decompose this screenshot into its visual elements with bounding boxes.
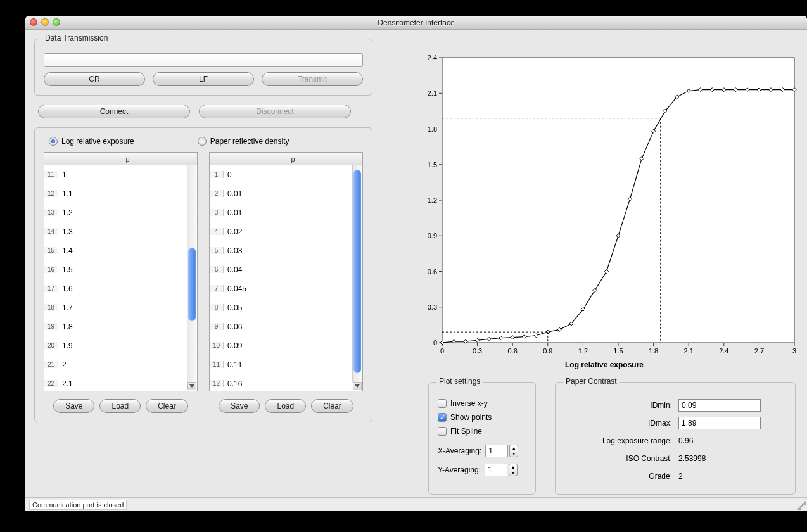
table-row[interactable]: 20.01 — [210, 184, 362, 203]
chart-xlabel: Log relative exposure — [410, 360, 798, 369]
range-label: Log exposure range: — [564, 436, 672, 445]
table-row[interactable]: 70.045 — [210, 279, 362, 298]
grade-label: Grade: — [564, 472, 672, 481]
scrollbar[interactable] — [187, 165, 196, 382]
chevron-down-icon[interactable] — [353, 382, 362, 390]
group-label: Paper Contrast — [563, 377, 620, 386]
titlebar: Densitometer Interface — [25, 16, 807, 30]
table-row[interactable]: 141.3 — [44, 222, 197, 241]
column-header: p — [58, 155, 197, 163]
radio-label: Log relative exposure — [61, 137, 134, 146]
svg-rect-0 — [442, 58, 794, 343]
zoom-icon[interactable] — [53, 18, 60, 26]
svg-text:3: 3 — [792, 347, 796, 355]
close-icon[interactable] — [30, 18, 37, 26]
svg-text:1.5: 1.5 — [613, 347, 623, 355]
svg-text:2.4: 2.4 — [719, 347, 728, 355]
checkbox-show-points[interactable]: Show points — [438, 410, 526, 424]
table-row[interactable]: 131.2 — [44, 203, 197, 222]
chevron-down-icon[interactable] — [187, 382, 196, 390]
svg-text:0.3: 0.3 — [428, 303, 437, 311]
scrollbar[interactable] — [352, 165, 362, 382]
svg-text:0.9: 0.9 — [543, 347, 552, 355]
data-transmission-group: Data Transmission CR LF Transmit — [34, 39, 372, 96]
load-button[interactable]: Load — [265, 399, 306, 413]
svg-text:0: 0 — [433, 339, 437, 346]
table-row[interactable]: 40.02 — [210, 222, 362, 241]
checkbox-icon — [438, 399, 447, 408]
svg-text:2.4: 2.4 — [428, 54, 437, 61]
svg-text:0: 0 — [440, 347, 444, 355]
right-table[interactable]: p 1020.0130.0140.0250.0360.0470.04580.05… — [209, 152, 363, 391]
cr-button[interactable]: CR — [44, 72, 145, 86]
xavg-label: X-Averaging: — [438, 446, 481, 455]
table-row[interactable]: 151.4 — [44, 241, 197, 260]
yavg-input[interactable] — [485, 464, 507, 476]
svg-text:1.8: 1.8 — [649, 347, 658, 355]
table-row[interactable]: 10 — [210, 165, 362, 184]
group-label: Plot settings — [436, 377, 483, 386]
connect-button[interactable]: Connect — [38, 104, 190, 118]
disconnect-button[interactable]: Disconnect — [199, 104, 351, 118]
svg-text:2.1: 2.1 — [428, 89, 437, 97]
svg-text:1.5: 1.5 — [428, 161, 437, 168]
table-row[interactable]: 111 — [44, 165, 197, 184]
grade-value: 2 — [678, 472, 683, 481]
clear-button[interactable]: Clear — [146, 399, 188, 413]
table-row[interactable]: 50.03 — [210, 241, 362, 260]
save-button[interactable]: Save — [219, 399, 260, 413]
svg-text:1.2: 1.2 — [578, 347, 588, 355]
table-row[interactable]: 121.1 — [44, 184, 197, 203]
iso-value: 2.53998 — [678, 454, 706, 463]
table-row[interactable]: 100.09 — [210, 336, 362, 355]
iso-label: ISO Contrast: — [564, 454, 672, 463]
stepper-arrows[interactable]: ▲▼ — [509, 464, 518, 476]
table-row[interactable]: 80.05 — [210, 298, 362, 317]
svg-text:0.9: 0.9 — [428, 232, 437, 239]
table-row[interactable]: 222.1 — [44, 374, 197, 391]
xavg-input[interactable] — [485, 445, 508, 457]
save-button[interactable]: Save — [53, 399, 94, 413]
table-row[interactable]: 161.5 — [44, 260, 197, 279]
tables-group: Log relative exposure Paper reflective d… — [34, 127, 372, 422]
minimize-icon[interactable] — [41, 18, 49, 26]
checkbox-inverse-xy[interactable]: Inverse x-y — [438, 396, 526, 410]
checkbox-label: Show points — [450, 413, 492, 422]
transmission-input[interactable] — [44, 53, 363, 67]
group-label: Data Transmission — [42, 34, 110, 42]
table-row[interactable]: 120.16 — [210, 374, 362, 391]
status-text: Communication port is closed — [29, 500, 127, 510]
resize-handle[interactable] — [797, 501, 806, 510]
svg-text:0.3: 0.3 — [473, 347, 482, 355]
chart: 00.30.60.91.21.51.82.12.42.7300.30.60.91… — [410, 53, 798, 369]
table-row[interactable]: 191.8 — [44, 317, 197, 336]
table-row[interactable]: 110.11 — [210, 355, 362, 374]
idmin-input[interactable] — [678, 399, 761, 412]
table-row[interactable]: 30.01 — [210, 203, 362, 222]
table-row[interactable]: 181.7 — [44, 298, 197, 317]
checkbox-icon — [438, 413, 447, 422]
load-button[interactable]: Load — [99, 399, 141, 413]
table-row[interactable]: 212 — [44, 355, 197, 374]
radio-icon — [49, 137, 58, 146]
table-row[interactable]: 171.6 — [44, 279, 197, 298]
radio-log-exposure[interactable]: Log relative exposure — [49, 137, 134, 146]
checkbox-fit-spline[interactable]: Fit Spline — [438, 424, 526, 438]
table-row[interactable]: 201.9 — [44, 336, 197, 355]
stepper-arrows[interactable]: ▲▼ — [509, 445, 518, 457]
table-row[interactable]: 90.06 — [210, 317, 362, 336]
radio-label: Paper reflective density — [210, 137, 289, 146]
transmit-button[interactable]: Transmit — [262, 72, 363, 86]
table-row[interactable]: 60.04 — [210, 260, 362, 279]
idmax-input[interactable] — [678, 417, 761, 429]
svg-text:1.2: 1.2 — [428, 196, 437, 204]
lf-button[interactable]: LF — [153, 72, 254, 86]
plot-settings-group: Plot settings Inverse x-y Show points Fi… — [428, 382, 536, 495]
idmin-label: IDmin: — [564, 401, 672, 410]
radio-paper-density[interactable]: Paper reflective density — [198, 137, 289, 146]
clear-button[interactable]: Clear — [311, 399, 353, 413]
left-table[interactable]: p 111121.1131.2141.3151.4161.5171.6181.7… — [44, 152, 198, 391]
svg-text:0.6: 0.6 — [428, 268, 437, 276]
paper-contrast-group: Paper Contrast IDmin: IDmax: Log exposur… — [555, 382, 796, 495]
checkbox-icon — [438, 427, 447, 436]
